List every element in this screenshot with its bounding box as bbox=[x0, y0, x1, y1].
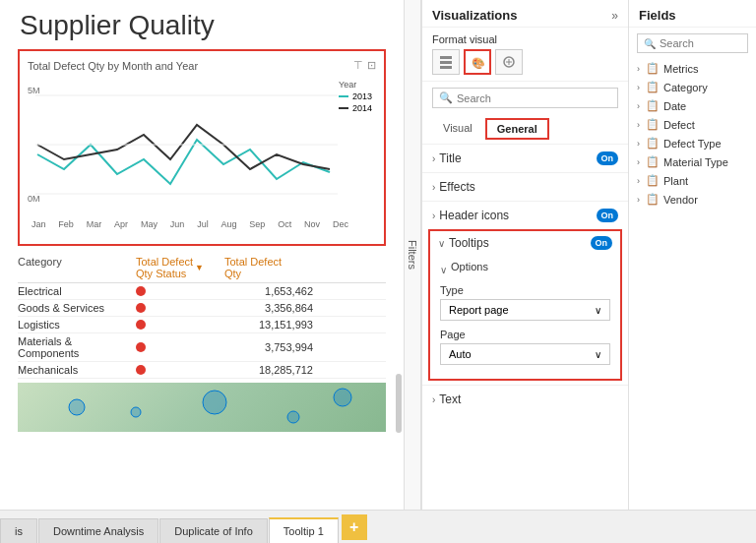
data-table: Category Total DefectQty Status ▼ Total … bbox=[18, 256, 386, 379]
y-max-label: 5M bbox=[28, 86, 40, 95]
row-qty-2: 13,151,993 bbox=[224, 319, 323, 331]
page-value: Auto bbox=[449, 348, 472, 360]
chevron-right-category-icon: › bbox=[637, 83, 640, 92]
table-row: Electrical 1,653,462 bbox=[18, 283, 386, 300]
chevron-right-icon: › bbox=[432, 153, 435, 164]
page-dropdown[interactable]: Auto ∨ bbox=[440, 343, 610, 365]
viz-tabs: Visual General bbox=[432, 118, 618, 140]
bottom-tabs-bar: is Downtime Analysis Duplicate of Info T… bbox=[0, 510, 756, 543]
field-defect-label: Defect bbox=[663, 119, 695, 131]
filters-sidebar[interactable]: Filters bbox=[404, 0, 421, 510]
chevron-right-plant-icon: › bbox=[637, 176, 640, 186]
section-header-icons-header[interactable]: › Header icons On bbox=[422, 202, 628, 229]
sort-icon[interactable]: ▼ bbox=[195, 263, 204, 272]
tab-tooltip-1[interactable]: Tooltip 1 bbox=[269, 517, 339, 543]
tab-visual[interactable]: Visual bbox=[432, 118, 483, 140]
title-toggle[interactable]: On bbox=[597, 151, 619, 165]
map-preview bbox=[18, 383, 386, 432]
field-item-date[interactable]: › 📋 Date bbox=[629, 96, 756, 115]
fields-panel: Fields 🔍 › 📋 Metrics › 📋 Category › 📋 Da… bbox=[628, 0, 756, 510]
options-label: Options bbox=[451, 261, 488, 272]
status-dot-0 bbox=[136, 286, 146, 296]
status-dot-3 bbox=[136, 342, 146, 352]
section-title-header[interactable]: › Title On bbox=[422, 145, 628, 172]
field-plant-label: Plant bbox=[663, 175, 688, 187]
type-dropdown[interactable]: Report page ∨ bbox=[440, 299, 610, 321]
viz-search-input[interactable] bbox=[457, 92, 611, 104]
scroll-bar[interactable] bbox=[396, 374, 402, 433]
legend-dot-2013 bbox=[339, 95, 348, 97]
chevron-right-material-type-icon: › bbox=[637, 157, 640, 167]
header-icons-toggle[interactable]: On bbox=[597, 209, 619, 222]
section-text-header[interactable]: › Text bbox=[422, 386, 628, 413]
field-metrics-label: Metrics bbox=[663, 63, 698, 75]
svg-rect-8 bbox=[440, 56, 452, 59]
chevron-right-metrics-icon: › bbox=[637, 64, 640, 74]
table-row: Logistics 13,151,993 bbox=[18, 317, 386, 333]
svg-point-5 bbox=[203, 391, 226, 414]
legend-2014-label: 2014 bbox=[352, 103, 372, 113]
col-header-status: Total DefectQty Status ▼ bbox=[136, 256, 224, 279]
row-category-3: Materials & Components bbox=[18, 335, 136, 359]
visualizations-panel: Visualizations » Format visual 🎨 🔍 bbox=[421, 0, 628, 510]
table-row: Mechanicals 18,285,712 bbox=[18, 362, 386, 379]
table-defect-type-icon: 📋 bbox=[646, 137, 660, 150]
field-item-defect[interactable]: › 📋 Defect bbox=[629, 115, 756, 134]
format-fields-btn[interactable] bbox=[432, 49, 460, 75]
fields-search-icon: 🔍 bbox=[644, 38, 656, 49]
status-dot-1 bbox=[136, 303, 146, 313]
expand-panel-icon[interactable]: » bbox=[611, 9, 618, 23]
tooltips-content: ∨ Options Type Report page ∨ Page Auto ∨ bbox=[430, 255, 620, 379]
x-feb: Feb bbox=[58, 219, 74, 229]
field-item-vendor[interactable]: › 📋 Vendor bbox=[629, 190, 756, 209]
tooltips-section: ∨ Tooltips On ∨ Options Type Report page… bbox=[428, 229, 622, 381]
y-min-label: 0M bbox=[28, 194, 40, 204]
chevron-right-header-icon: › bbox=[432, 211, 435, 221]
chevron-right-defect-type-icon: › bbox=[637, 139, 640, 149]
filters-label: Filters bbox=[407, 240, 418, 270]
field-vendor-label: Vendor bbox=[663, 194, 698, 206]
x-aug: Aug bbox=[221, 219, 237, 229]
field-material-type-label: Material Type bbox=[663, 156, 728, 168]
svg-point-4 bbox=[131, 407, 141, 417]
col-header-category: Category bbox=[18, 256, 136, 279]
report-title: Supplier Quality bbox=[10, 10, 394, 41]
tab-duplicate-of-info[interactable]: Duplicate of Info bbox=[159, 518, 268, 543]
chevron-down-type-icon: ∨ bbox=[595, 305, 601, 316]
svg-point-7 bbox=[334, 389, 351, 406]
section-header-icons: › Header icons On bbox=[422, 201, 628, 229]
format-visual-btn[interactable]: 🎨 bbox=[464, 49, 491, 75]
svg-point-3 bbox=[69, 399, 85, 415]
legend-year-label: Year bbox=[339, 80, 372, 90]
col-header-qty: Total DefectQty bbox=[224, 256, 323, 279]
svg-point-6 bbox=[287, 411, 299, 423]
field-item-defect-type[interactable]: › 📋 Defect Type bbox=[629, 134, 756, 152]
field-item-metrics[interactable]: › 📋 Metrics bbox=[629, 59, 756, 78]
tab-general[interactable]: General bbox=[485, 118, 549, 140]
svg-text:🎨: 🎨 bbox=[472, 56, 484, 69]
tab-is[interactable]: is bbox=[0, 518, 37, 543]
expand-icon[interactable]: ⊡ bbox=[367, 59, 376, 72]
format-analytics-btn[interactable] bbox=[495, 49, 523, 75]
line-chart-svg bbox=[28, 76, 352, 213]
page-label: Page bbox=[440, 329, 610, 340]
field-item-material-type[interactable]: › 📋 Material Type bbox=[629, 152, 756, 171]
field-item-category[interactable]: › 📋 Category bbox=[629, 78, 756, 96]
row-qty-1: 3,356,864 bbox=[224, 302, 323, 314]
search-icon: 🔍 bbox=[439, 91, 453, 104]
fields-search-input[interactable] bbox=[660, 37, 741, 49]
tooltips-header[interactable]: ∨ Tooltips On bbox=[430, 231, 620, 255]
x-dec: Dec bbox=[333, 219, 348, 229]
fields-search-box[interactable]: 🔍 bbox=[637, 33, 748, 53]
table-category-icon: 📋 bbox=[646, 81, 660, 93]
svg-rect-9 bbox=[440, 61, 452, 64]
field-item-plant[interactable]: › 📋 Plant bbox=[629, 171, 756, 190]
chart-container: Total Defect Qty by Month and Year ⊤ ⊡ 5… bbox=[18, 49, 386, 246]
section-effects-header[interactable]: › Effects bbox=[422, 173, 628, 201]
tab-downtime-analysis[interactable]: Downtime Analysis bbox=[38, 518, 158, 543]
chart-legend: Year 2013 2014 bbox=[339, 80, 372, 115]
viz-search-box[interactable]: 🔍 bbox=[432, 88, 618, 108]
tooltips-toggle[interactable]: On bbox=[591, 236, 613, 250]
filter-icon[interactable]: ⊤ bbox=[353, 59, 363, 72]
add-tab-button[interactable]: + bbox=[342, 514, 367, 540]
